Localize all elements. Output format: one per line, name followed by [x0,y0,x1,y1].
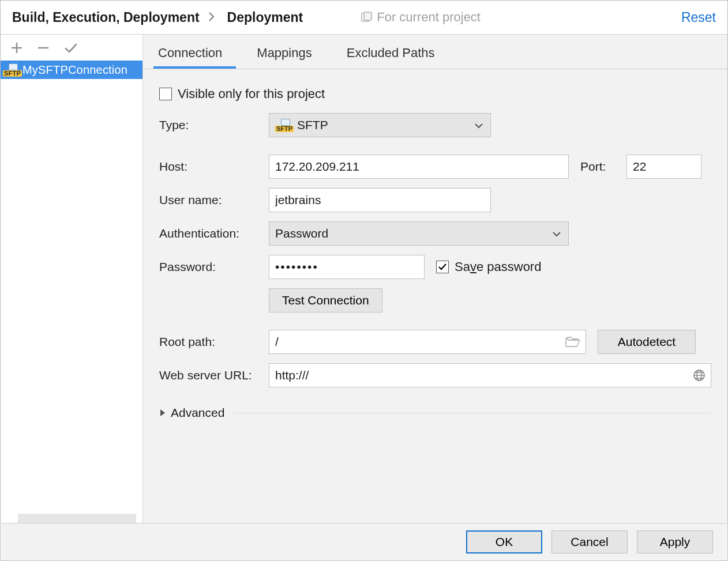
test-connection-button[interactable]: Test Connection [269,288,382,312]
root-path-input[interactable] [269,330,586,354]
content-panel: Connection Mappings Excluded Paths Visib… [143,35,727,523]
remove-icon[interactable] [37,42,49,54]
auth-select[interactable]: Password [269,221,569,246]
web-url-label: Web server URL: [159,368,269,382]
server-item-label: MySFTPConnection [22,63,127,77]
username-input[interactable] [269,188,491,212]
type-value: SFTP [297,118,328,132]
sidebar: SFTP MySFTPConnection [1,35,143,523]
breadcrumb-parent[interactable]: Build, Execution, Deployment [12,10,200,25]
server-item[interactable]: SFTP MySFTPConnection [1,61,142,79]
tab-mappings[interactable]: Mappings [252,40,325,69]
project-scope-icon [361,12,372,23]
host-label: Host: [159,160,269,174]
password-input[interactable] [269,255,425,279]
chevron-right-icon [208,10,215,24]
svg-rect-1 [364,12,371,20]
add-icon[interactable] [11,42,22,54]
port-label: Port: [580,160,615,174]
advanced-section-toggle[interactable]: Advanced [159,406,711,420]
type-select[interactable]: SFTP SFTP [269,113,491,137]
connection-form: Visible only for this project Type: SFTP… [143,69,727,420]
tab-excluded-paths[interactable]: Excluded Paths [342,40,449,69]
save-password-label: Save password [455,259,541,274]
autodetect-button[interactable]: Autodetect [598,330,696,354]
divider [232,413,711,413]
sftp-icon: SFTP [3,63,20,77]
breadcrumb: Build, Execution, Deployment Deployment … [1,1,727,34]
scope-label: For current project [361,10,481,25]
auth-label: Authentication: [159,227,269,240]
password-label: Password: [159,260,269,274]
advanced-label: Advanced [171,406,224,420]
sidebar-scrollbar[interactable] [1,514,142,523]
sftp-icon: SFTP [275,118,292,132]
tab-connection[interactable]: Connection [153,40,236,69]
folder-open-icon[interactable] [565,336,580,348]
port-input[interactable] [626,155,701,179]
ok-button[interactable]: OK [466,530,542,554]
visible-only-checkbox[interactable]: Visible only for this project [159,86,325,101]
globe-icon[interactable] [693,369,706,382]
save-password-checkbox[interactable]: Save password [436,259,541,274]
breadcrumb-current: Deployment [227,10,303,25]
reset-link[interactable]: Reset [681,10,716,25]
auth-value: Password [275,227,328,240]
apply-button[interactable]: Apply [637,530,713,554]
chevron-down-icon [474,118,483,132]
dialog-footer: OK Cancel Apply [1,523,727,560]
sidebar-toolbar [1,35,142,61]
type-label: Type: [159,118,269,132]
chevron-down-icon [552,227,561,240]
server-list: SFTP MySFTPConnection [1,61,142,514]
host-input[interactable] [269,155,569,179]
visible-only-label: Visible only for this project [178,86,325,101]
check-icon[interactable] [64,42,78,54]
username-label: User name: [159,193,269,207]
web-url-input[interactable] [269,363,711,387]
triangle-right-icon [159,406,166,420]
tabs: Connection Mappings Excluded Paths [143,35,727,69]
cancel-button[interactable]: Cancel [551,530,628,554]
root-path-label: Root path: [159,335,269,349]
